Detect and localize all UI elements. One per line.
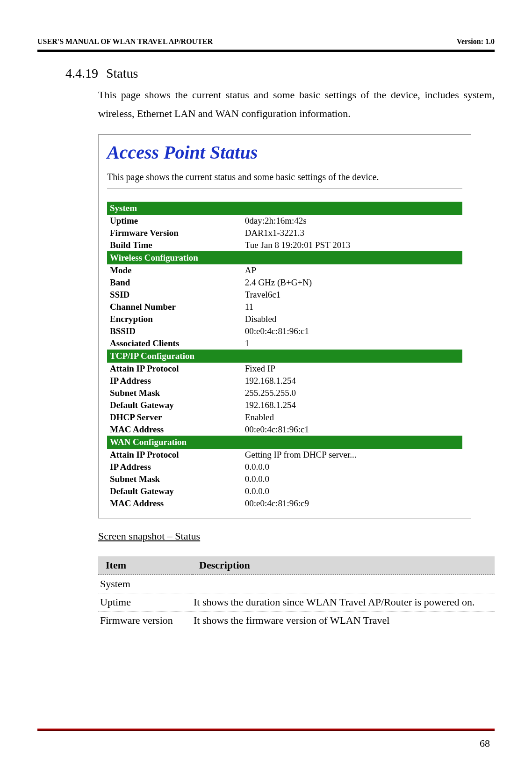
status-screenshot: Access Point Status This page shows the … [98, 134, 471, 518]
status-section-title: Wireless Configuration [107, 251, 462, 264]
status-section-header: TCP/IP Configuration [107, 350, 462, 363]
screenshot-caption: Screen snapshot – Status [98, 530, 495, 542]
status-value: Getting IP from DHCP server... [242, 449, 462, 461]
status-value: 0.0.0.0 [242, 461, 462, 473]
status-row: IP Address192.168.1.254 [107, 375, 462, 387]
status-row: DHCP ServerEnabled [107, 411, 462, 423]
status-label: Attain IP Protocol [107, 449, 242, 461]
status-label: Band [107, 277, 242, 289]
status-row: Firmware VersionDAR1x1-3221.3 [107, 227, 462, 239]
status-section-header: WAN Configuration [107, 436, 462, 449]
status-label: Encryption [107, 313, 242, 325]
status-table: SystemUptime0day:2h:16m:42sFirmware Vers… [107, 202, 462, 510]
status-row: Associated Clients1 [107, 337, 462, 350]
status-section-header: Wireless Configuration [107, 251, 462, 264]
status-value: 1 [242, 337, 462, 350]
desc-item: Uptime [98, 593, 192, 612]
status-row: Subnet Mask255.255.255.0 [107, 387, 462, 399]
status-label: Uptime [107, 215, 242, 227]
status-row: Attain IP ProtocolGetting IP from DHCP s… [107, 449, 462, 461]
footer-rule [37, 729, 495, 731]
status-section-title: WAN Configuration [107, 436, 462, 449]
desc-header-description: Description [192, 556, 495, 575]
desc-header-item: Item [98, 556, 192, 575]
desc-description: It shows the firmware version of WLAN Tr… [192, 612, 495, 630]
status-value: 00:e0:4c:81:96:c1 [242, 423, 462, 436]
description-table: Item Description SystemUptimeIt shows th… [98, 556, 495, 629]
status-value: 192.168.1.254 [242, 375, 462, 387]
status-label: Attain IP Protocol [107, 363, 242, 375]
status-value: Travel6c1 [242, 289, 462, 301]
status-row: Default Gateway192.168.1.254 [107, 399, 462, 411]
status-label: Channel Number [107, 301, 242, 313]
status-value: 11 [242, 301, 462, 313]
status-row: BSSID00:e0:4c:81:96:c1 [107, 325, 462, 337]
status-value: DAR1x1-3221.3 [242, 227, 462, 239]
status-value: 0day:2h:16m:42s [242, 215, 462, 227]
status-value: 0.0.0.0 [242, 473, 462, 485]
status-label: SSID [107, 289, 242, 301]
status-label: MAC Address [107, 497, 242, 510]
status-label: Mode [107, 264, 242, 277]
status-label: Build Time [107, 239, 242, 251]
status-value: AP [242, 264, 462, 277]
status-label: Subnet Mask [107, 473, 242, 485]
status-row: Band2.4 GHz (B+G+N) [107, 277, 462, 289]
status-label: Firmware Version [107, 227, 242, 239]
status-row: EncryptionDisabled [107, 313, 462, 325]
desc-item: Firmware version [98, 612, 192, 630]
section-number: 4.4.19 [65, 66, 98, 81]
desc-row: UptimeIt shows the duration since WLAN T… [98, 593, 495, 612]
status-label: Subnet Mask [107, 387, 242, 399]
status-row: Default Gateway0.0.0.0 [107, 485, 462, 497]
status-value: Disabled [242, 313, 462, 325]
status-row: MAC Address00:e0:4c:81:96:c1 [107, 423, 462, 436]
header-rule [37, 50, 495, 52]
section-body: This page shows the current status and s… [98, 86, 495, 123]
status-row: Subnet Mask0.0.0.0 [107, 473, 462, 485]
status-section-title: System [107, 202, 462, 215]
status-label: Default Gateway [107, 399, 242, 411]
desc-description: It shows the duration since WLAN Travel … [192, 593, 495, 612]
screenshot-title: Access Point Status [107, 141, 462, 163]
status-label: IP Address [107, 461, 242, 473]
page-number: 68 [480, 737, 490, 750]
desc-row: System [98, 575, 495, 593]
status-value: 00:e0:4c:81:96:c9 [242, 497, 462, 510]
status-value: 2.4 GHz (B+G+N) [242, 277, 462, 289]
status-row: Channel Number11 [107, 301, 462, 313]
status-row: ModeAP [107, 264, 462, 277]
status-value: Enabled [242, 411, 462, 423]
page-header: USER'S MANUAL OF WLAN TRAVEL AP/ROUTER V… [37, 37, 495, 46]
status-label: Default Gateway [107, 485, 242, 497]
status-label: MAC Address [107, 423, 242, 436]
status-label: IP Address [107, 375, 242, 387]
section-title: Status [106, 66, 138, 81]
status-value: 0.0.0.0 [242, 485, 462, 497]
status-row: Uptime0day:2h:16m:42s [107, 215, 462, 227]
status-value: 255.255.255.0 [242, 387, 462, 399]
status-value: 00:e0:4c:81:96:c1 [242, 325, 462, 337]
status-row: Build TimeTue Jan 8 19:20:01 PST 2013 [107, 239, 462, 251]
status-label: BSSID [107, 325, 242, 337]
status-value: Tue Jan 8 19:20:01 PST 2013 [242, 239, 462, 251]
status-section-header: System [107, 202, 462, 215]
desc-row: Firmware versionIt shows the firmware ve… [98, 612, 495, 630]
status-row: SSIDTravel6c1 [107, 289, 462, 301]
status-section-title: TCP/IP Configuration [107, 350, 462, 363]
header-left: USER'S MANUAL OF WLAN TRAVEL AP/ROUTER [37, 37, 213, 46]
desc-item: System [98, 575, 192, 593]
status-label: Associated Clients [107, 337, 242, 350]
desc-description [192, 575, 495, 593]
status-row: MAC Address00:e0:4c:81:96:c9 [107, 497, 462, 510]
status-label: DHCP Server [107, 411, 242, 423]
section-heading: 4.4.19 Status [65, 66, 495, 81]
screenshot-divider [107, 188, 462, 189]
status-row: Attain IP ProtocolFixed IP [107, 363, 462, 375]
screenshot-intro: This page shows the current status and s… [107, 172, 462, 182]
status-value: 192.168.1.254 [242, 399, 462, 411]
status-row: IP Address0.0.0.0 [107, 461, 462, 473]
status-value: Fixed IP [242, 363, 462, 375]
header-right: Version: 1.0 [457, 37, 495, 46]
